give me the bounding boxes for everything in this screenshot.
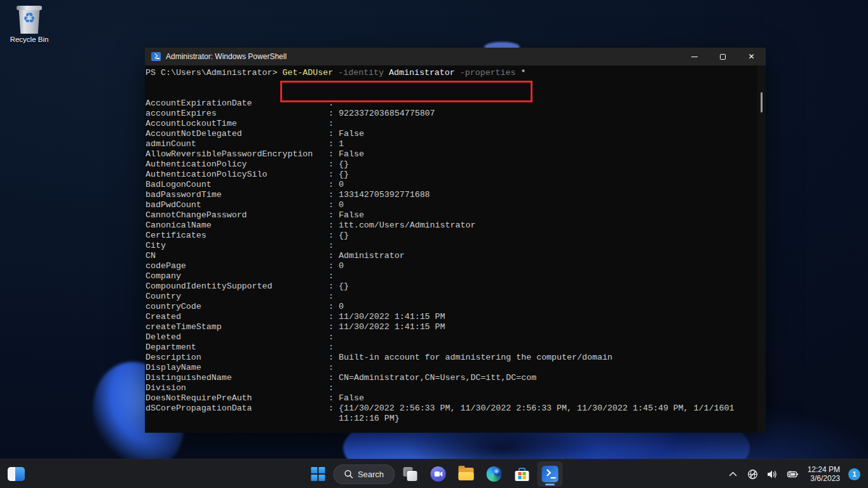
property-value: : 0 [329,200,754,210]
property-value: : False [329,129,754,139]
property-value: : {} [329,281,754,292]
property-row: CN: Administrator [146,251,754,261]
console-scrollbar[interactable] [757,65,766,433]
task-view-icon [403,467,417,481]
property-row: accountExpires: 9223372036854775807 [146,109,754,119]
property-row: badPwdCount: 0 [146,200,754,210]
property-name: Division [146,383,329,393]
property-row: AccountExpirationDate: [146,98,754,109]
property-name: dSCorePropagationData [146,403,329,424]
tray-time: 12:24 PM [808,465,840,474]
property-name: Country [146,292,329,302]
property-row: Company: [146,271,754,281]
chat-icon [431,466,446,482]
property-row: badPasswordTime: 133142705392771688 [146,190,754,200]
property-list: AccountExpirationDate: accountExpires: 9… [146,98,754,424]
active-app-indicator [545,484,555,485]
property-value: : False [329,210,754,220]
command-text: Get-ADUser -identity Administrator -prop… [282,68,526,78]
property-value: : 1 [329,139,754,149]
property-name: CompoundIdentitySupported [146,281,329,292]
powershell-window: Administrator: Windows PowerShell ✕ PS C… [145,48,766,433]
battery-icon [786,470,799,478]
property-value: : {} [329,159,754,170]
property-name: BadLogonCount [146,180,329,190]
window-titlebar[interactable]: Administrator: Windows PowerShell ✕ [145,48,766,65]
property-value: : {} [329,231,754,241]
property-name: CN [146,251,329,261]
search-box[interactable]: Search [334,464,395,484]
property-row: DistinguishedName: CN=Administrator,CN=U… [146,373,754,383]
property-value: : 0 [329,302,754,312]
minimize-button[interactable] [680,48,709,65]
property-value: : {11/30/2022 2:56:33 PM, 11/30/2022 2:5… [329,403,754,424]
chevron-up-icon [729,471,737,477]
widgets-button[interactable] [8,467,25,481]
property-name: DistinguishedName [146,373,329,383]
property-value: : [329,332,754,342]
volume-button[interactable] [766,464,780,484]
task-view-button[interactable] [398,461,423,487]
property-row: CanonicalName: itt.com/Users/Administrat… [146,220,754,231]
command-segment: Administrator [389,68,455,78]
start-button[interactable] [306,461,331,487]
close-icon: ✕ [748,53,754,60]
property-name: CanonicalName [146,220,329,231]
property-row: BadLogonCount: 0 [146,180,754,190]
clock[interactable]: 12:24 PM 3/6/2023 [805,465,843,483]
property-row: Deleted: [146,332,754,342]
property-value: : 11/30/2022 1:41:15 PM [329,322,754,332]
property-row: Description: Built-in account for admini… [146,353,754,363]
file-explorer-button[interactable] [454,461,479,487]
network-button[interactable] [746,464,760,484]
property-row: AuthenticationPolicy: {} [146,159,754,170]
console-area[interactable]: PS C:\Users\Administrator> Get-ADUser -i… [145,65,766,433]
recycle-bin-shortcut[interactable]: ♻ Recycle Bin [5,4,53,43]
property-value: : [329,342,754,353]
chat-button[interactable] [426,461,451,487]
property-value: : itt.com/Users/Administrator [329,220,754,231]
property-value: : 9223372036854775807 [329,109,754,119]
property-name: Deleted [146,332,329,342]
recycle-symbol-icon: ♻ [15,11,43,25]
start-icon [311,467,325,481]
property-value: : 0 [329,261,754,271]
prompt-text: PS C:\Users\Administrator> [146,68,282,78]
property-row: Department: [146,342,754,353]
property-name: adminCount [146,139,329,149]
volume-icon [767,470,778,479]
property-name: City [146,241,329,251]
console-spacer [146,78,754,98]
notification-badge[interactable]: 1 [848,468,860,480]
scrollbar-thumb[interactable] [761,92,763,112]
maximize-button[interactable] [709,48,737,65]
property-value: : False [329,149,754,159]
property-row: AccountNotDelegated: False [146,129,754,139]
property-name: badPasswordTime [146,190,329,200]
search-icon [344,470,353,478]
property-value: : CN=Administrator,CN=Users,DC=itt,DC=co… [329,373,754,383]
edge-button[interactable] [482,461,507,487]
property-name: countryCode [146,302,329,312]
store-button[interactable] [510,461,535,487]
property-value: : {} [329,170,754,180]
store-icon [515,468,529,481]
property-value: : [329,271,754,281]
battery-button[interactable] [785,464,799,484]
tray-overflow-button[interactable] [726,464,740,484]
close-button[interactable]: ✕ [737,48,766,65]
property-name: AccountLockoutTime [146,119,329,129]
property-value: : 0 [329,180,754,190]
powershell-taskbar-button[interactable] [538,461,563,487]
minimize-icon [691,57,698,57]
powershell-icon [542,466,559,482]
system-tray: 12:24 PM 3/6/2023 1 [726,459,868,488]
property-name: AuthenticationPolicySilo [146,170,329,180]
recycle-bin-icon: ♻ [15,4,43,34]
property-value: : [329,292,754,302]
command-segment: -identity [338,68,384,78]
powershell-titlebar-icon [151,52,161,61]
property-name: createTimeStamp [146,322,329,332]
property-value: : [329,119,754,129]
property-row: codePage: 0 [146,261,754,271]
